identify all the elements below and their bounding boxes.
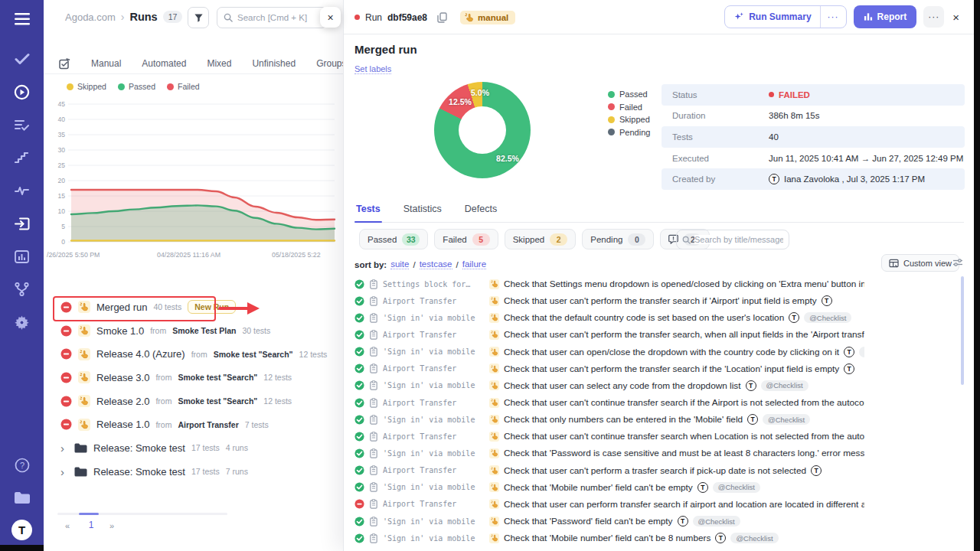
pagination-next[interactable]: »: [109, 521, 114, 530]
test-passed-icon: [354, 517, 364, 527]
run-summary-more-button[interactable]: ···: [820, 6, 846, 28]
run-tests-count: 12 tests: [263, 373, 292, 382]
copy-icon[interactable]: [437, 12, 447, 23]
test-row[interactable]: Airport Transfer Check that user can't p…: [354, 326, 864, 343]
test-row[interactable]: Airport Transfer Check that user can't c…: [354, 394, 864, 411]
test-row[interactable]: Settings block for… Check that Settings …: [354, 276, 864, 292]
run-list-item[interactable]: Release 3.0 from Smoke test "Search" 12 …: [44, 366, 343, 390]
run-list-item[interactable]: Merged run from 40 tests New Run: [44, 295, 343, 319]
run-status-dot-icon: [354, 15, 360, 20]
run-list-item[interactable]: Release 2.0 from Smoke test "Search" 12 …: [44, 390, 343, 413]
test-tag: @Checklist: [730, 533, 778, 543]
milestones-icon[interactable]: [12, 148, 32, 168]
chevron-right-icon[interactable]: ›: [60, 442, 68, 455]
activity-icon[interactable]: [12, 181, 32, 201]
scrollbar-thumb[interactable]: [79, 513, 99, 515]
manual-test-icon: [489, 364, 499, 373]
tab-defects[interactable]: Defects: [463, 201, 498, 222]
run-list-item[interactable]: Release 1.0 from Airport Transfer 7 test…: [44, 412, 343, 436]
passed-dot-icon: [608, 91, 615, 98]
test-row[interactable]: 'Sign in' via mobile Check that 'Passwor…: [354, 445, 864, 461]
filter-button[interactable]: [188, 7, 209, 28]
sort-by-failure[interactable]: failure: [462, 259, 486, 269]
tests-scrollbar-thumb[interactable]: [961, 276, 964, 385]
tab-groups[interactable]: Groups: [316, 58, 343, 69]
set-labels-link[interactable]: Set labels: [354, 64, 391, 74]
settings-gear-icon[interactable]: [12, 312, 32, 332]
test-row[interactable]: Airport Transfer Check that user can't p…: [354, 292, 864, 309]
sort-by-testcase[interactable]: testcase: [420, 259, 452, 269]
breadcrumb-project[interactable]: Agoda.com: [65, 11, 116, 23]
chevron-right-icon[interactable]: ›: [60, 465, 68, 478]
select-runs-icon[interactable]: [59, 58, 70, 70]
manual-test-icon: [489, 296, 499, 306]
test-row[interactable]: 'Sign in' via mobile Check that 'Passwor…: [354, 513, 864, 530]
filter-chip-skipped[interactable]: Skipped2: [505, 229, 577, 249]
test-row[interactable]: Airport Transfer Check that user can't c…: [354, 428, 864, 445]
runs-icon[interactable]: [12, 82, 32, 102]
test-title: Check that user can perform transfer sea…: [504, 499, 864, 510]
report-button[interactable]: Report: [854, 5, 917, 28]
close-run-button[interactable]: ×: [951, 11, 961, 24]
custom-view-button[interactable]: Custom view: [881, 254, 959, 272]
run-list-item[interactable]: Smoke 1.0 from Smoke Test Plan 30 tests: [44, 319, 343, 343]
svg-text:45: 45: [58, 100, 66, 108]
projects-folder-icon[interactable]: [12, 487, 32, 507]
runs-horizontal-scrollbar[interactable]: [57, 513, 227, 515]
test-row[interactable]: 'Sign in' via mobile Check that 'Mobile …: [354, 530, 864, 546]
tab-tests[interactable]: Tests: [354, 201, 382, 222]
detail-row-executed: Executed Jun 11, 2025 10:41 AM → Jun 27,…: [662, 148, 965, 169]
tests-search-input[interactable]: [694, 235, 783, 244]
pagination-prev[interactable]: «: [65, 521, 70, 530]
user-avatar[interactable]: T: [11, 520, 32, 540]
test-title: Check that the default country code is s…: [504, 312, 784, 323]
tab-mixed[interactable]: Mixed: [207, 58, 231, 69]
filter-chip-passed[interactable]: Passed33: [359, 229, 428, 249]
test-row[interactable]: 'Sign in' via mobile Check that user can…: [354, 377, 864, 394]
reports-icon[interactable]: [12, 246, 32, 266]
tab-statistics[interactable]: Statistics: [402, 201, 443, 222]
run-plan-name: Airport Transfer: [178, 420, 238, 429]
run-summary-button[interactable]: Run Summary: [725, 11, 819, 22]
tab-manual[interactable]: Manual: [91, 58, 121, 69]
test-passed-icon: [354, 279, 364, 289]
test-row[interactable]: Airport Transfer Check that user can't p…: [354, 360, 864, 377]
run-folder-item[interactable]: › Release: Smoke test 17 tests 4 runs: [44, 436, 343, 460]
versions-icon[interactable]: [12, 279, 32, 299]
manual-hand-icon: [465, 13, 474, 22]
import-icon[interactable]: [12, 214, 32, 233]
test-suite: Airport Transfer: [383, 331, 485, 339]
help-icon[interactable]: ?: [12, 455, 32, 475]
run-folder-item[interactable]: › Release: Smoke test 17 tests 7 runs: [44, 460, 343, 484]
menu-icon[interactable]: [12, 9, 32, 29]
shared-steps-icon[interactable]: [12, 115, 32, 135]
test-cases-icon[interactable]: [12, 49, 32, 69]
run-failed-status-icon: [60, 372, 72, 383]
sort-by-suite[interactable]: suite: [390, 259, 409, 269]
failed-count-badge: 5: [472, 233, 490, 246]
runs-search[interactable]: [217, 7, 327, 28]
filter-chip-pending[interactable]: Pending0: [582, 229, 654, 249]
more-actions-button[interactable]: ···: [923, 6, 944, 28]
run-tests-count: 40 tests: [153, 302, 181, 311]
test-row[interactable]: 'Sign in' via mobile Check that only num…: [354, 411, 864, 428]
pagination-page-1[interactable]: 1: [85, 520, 97, 530]
test-row[interactable]: 'Sign in' via mobile Check that 'Mobile …: [354, 479, 864, 496]
test-row[interactable]: 'Sign in' via mobile Check that user can…: [354, 344, 864, 360]
test-suite: 'Sign in' via mobile: [383, 517, 485, 526]
tab-automated[interactable]: Automated: [142, 58, 186, 69]
testcase-clipboard-icon: [369, 517, 378, 527]
filter-chip-failed[interactable]: Failed5: [434, 229, 498, 249]
tests-search[interactable]: [676, 230, 789, 249]
panel-close-button[interactable]: ×: [320, 7, 341, 28]
test-row[interactable]: Airport Transfer Check that user can per…: [354, 496, 864, 513]
test-row[interactable]: 'Sign in' via mobile Check that the defa…: [354, 309, 864, 326]
runs-search-input[interactable]: [237, 13, 320, 22]
run-list-item[interactable]: Release 4.0 (Azure) from Smoke test "Sea…: [44, 342, 343, 366]
skipped-count-badge: 2: [550, 233, 567, 246]
manual-tag-chip[interactable]: manual: [460, 11, 515, 24]
view-settings-sliders-icon[interactable]: [952, 258, 963, 267]
legend-skipped: Skipped: [67, 82, 106, 91]
test-row[interactable]: Airport Transfer Check that user can't p…: [354, 462, 864, 479]
tab-unfinished[interactable]: Unfinished: [252, 58, 296, 69]
